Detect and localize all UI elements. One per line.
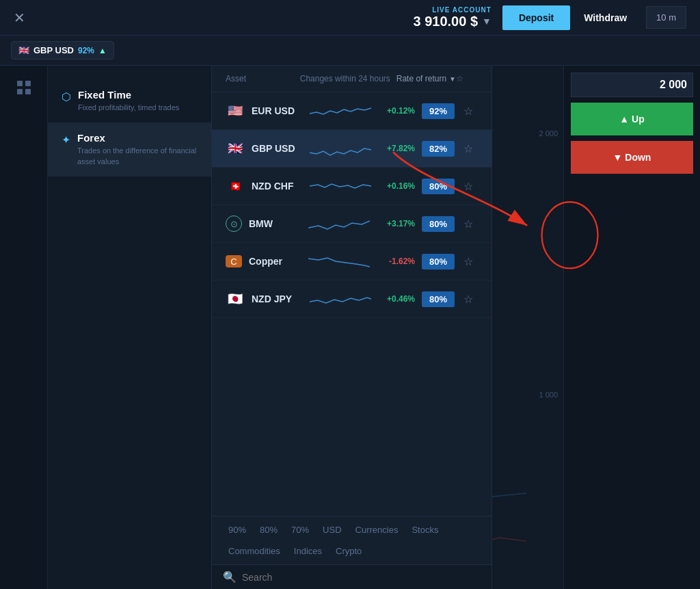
copper-mini-chart — [301, 251, 378, 272]
asset-row-copper[interactable]: C Copper -1.62% 80% ☆ — [212, 243, 492, 280]
filter-row: 90% 80% 70% USD Currencies Stocks Commod… — [212, 516, 492, 564]
th-changes: Changes within 24 hours — [294, 74, 396, 83]
asset-list: 🇺🇸 EUR USD +0.12% 92% ☆ 🇬🇧 GBP USD — [212, 92, 492, 516]
gbp-usd-mini-chart — [302, 138, 378, 159]
eur-usd-name: EUR USD — [252, 105, 302, 116]
th-rate[interactable]: Rate of return ▼ — [396, 74, 456, 83]
nzd-jpy-flag-icon: 🇯🇵 — [226, 292, 245, 306]
nzd-chf-change: +0.16% — [382, 181, 415, 191]
search-icon: 🔍 — [223, 571, 237, 584]
copper-rate-badge: 80% — [422, 254, 455, 270]
modal-right: Asset Changes within 24 hours Rate of re… — [212, 66, 492, 589]
second-bar: 🇬🇧 GBP USD 92% ▲ — [0, 36, 700, 66]
filter-usd[interactable]: USD — [320, 523, 344, 536]
close-button[interactable]: ✕ — [14, 10, 25, 26]
filter-70[interactable]: 70% — [288, 523, 312, 536]
bmw-change: +3.17% — [382, 219, 415, 228]
forex-desc: Trades on the difference of financial as… — [77, 146, 198, 167]
balance-value: 3 910.00 $ — [413, 14, 478, 29]
th-rate-label: Rate of return — [396, 74, 446, 83]
nzd-chf-rate-badge: 80% — [422, 179, 455, 194]
category-fixed-time[interactable]: ⬡ Fixed Time Fixed profitability, timed … — [48, 79, 211, 122]
chart-y-labels: 2 000 1 000 — [539, 66, 558, 589]
nzd-chf-flag-icon: 🇨🇭 — [226, 179, 245, 193]
trade-amount-input[interactable]: 2 000 — [571, 73, 693, 97]
eur-usd-rate-badge: 92% — [422, 103, 455, 119]
copper-star-button[interactable]: ☆ — [459, 252, 478, 271]
main-area: 2 000 1 000 2 000 ▲ Up ▼ Down ⬡ Fixed Ti… — [0, 66, 700, 589]
search-row: 🔍 — [212, 564, 492, 589]
y-label-1: 2 000 — [539, 129, 558, 138]
eur-usd-star-button[interactable]: ☆ — [459, 101, 478, 120]
fixed-time-desc: Fixed profitability, timed trades — [78, 103, 179, 113]
eur-usd-mini-chart — [302, 101, 378, 121]
asset-flag-icon: 🇬🇧 — [18, 45, 29, 55]
forex-icon: ✦ — [62, 133, 70, 146]
y-label-3: 1 000 — [539, 391, 558, 399]
nzd-chf-mini-chart — [302, 176, 378, 196]
category-forex[interactable]: ✦ Forex Trades on the difference of fina… — [48, 122, 211, 176]
trade-up-button[interactable]: ▲ Up — [571, 103, 693, 135]
fixed-time-title: Fixed Time — [78, 89, 179, 101]
star-header-icon: ☆ — [456, 74, 463, 83]
sidebar-grid-icon[interactable] — [9, 73, 39, 103]
asset-chip-arrow-icon: ▲ — [98, 46, 107, 55]
left-sidebar — [0, 66, 48, 589]
bmw-name: BMW — [249, 218, 301, 229]
time-selector[interactable]: 10 m — [646, 6, 686, 29]
table-header: Asset Changes within 24 hours Rate of re… — [212, 66, 492, 92]
forex-title: Forex — [77, 132, 198, 144]
filter-indices[interactable]: Indices — [291, 545, 325, 558]
filter-80[interactable]: 80% — [257, 523, 280, 536]
nzd-chf-star-button[interactable]: ☆ — [459, 176, 478, 196]
modal-categories: ⬡ Fixed Time Fixed profitability, timed … — [48, 66, 212, 589]
nzd-jpy-name: NZD JPY — [252, 293, 302, 304]
svg-rect-2 — [17, 89, 23, 94]
withdraw-button[interactable]: Withdraw — [570, 5, 641, 30]
filter-currencies[interactable]: Currencies — [353, 523, 401, 536]
svg-rect-0 — [17, 81, 23, 86]
live-account-label: LIVE ACCOUNT — [432, 6, 492, 14]
nzd-chf-name: NZD CHF — [252, 181, 302, 192]
account-balance: 3 910.00 $ ▼ — [413, 14, 491, 29]
asset-picker-modal: ⬡ Fixed Time Fixed profitability, timed … — [48, 66, 492, 589]
trade-down-button[interactable]: ▼ Down — [571, 141, 693, 174]
copper-change: -1.62% — [382, 257, 415, 266]
bmw-mini-chart — [301, 213, 378, 234]
asset-row-bmw[interactable]: ⊙ BMW +3.17% 80% ☆ — [212, 205, 492, 243]
copper-icon: C — [226, 255, 242, 267]
asset-chip-pct: 92% — [78, 46, 94, 55]
live-account-section: LIVE ACCOUNT 3 910.00 $ ▼ — [413, 6, 491, 29]
asset-chip[interactable]: 🇬🇧 GBP USD 92% ▲ — [11, 41, 114, 60]
bmw-star-button[interactable]: ☆ — [459, 214, 478, 233]
gbp-usd-name: GBP USD — [252, 143, 302, 154]
th-asset: Asset — [226, 74, 294, 83]
copper-name: Copper — [249, 256, 301, 267]
asset-row-gbp-usd[interactable]: 🇬🇧 GBP USD +7.82% 82% ☆ — [212, 130, 492, 168]
sort-icon: ▼ — [449, 75, 456, 83]
right-panel: 2 000 ▲ Up ▼ Down — [563, 66, 700, 589]
top-bar: ✕ LIVE ACCOUNT 3 910.00 $ ▼ Deposit With… — [0, 0, 700, 36]
search-input[interactable] — [242, 572, 481, 583]
nzd-jpy-star-button[interactable]: ☆ — [459, 289, 478, 309]
gbp-usd-change: +7.82% — [382, 144, 415, 153]
asset-row-eur-usd[interactable]: 🇺🇸 EUR USD +0.12% 92% ☆ — [212, 92, 492, 130]
filter-crypto[interactable]: Crypto — [333, 545, 364, 558]
filter-commodities[interactable]: Commodities — [226, 545, 283, 558]
nzd-jpy-mini-chart — [302, 289, 378, 309]
gbp-usd-flag-icon: 🇬🇧 — [226, 142, 245, 155]
asset-chip-name: GBP USD — [33, 45, 74, 55]
svg-rect-1 — [25, 81, 31, 86]
nzd-jpy-rate-badge: 80% — [422, 291, 455, 307]
eur-usd-change: +0.12% — [382, 106, 415, 116]
filter-stocks[interactable]: Stocks — [409, 523, 441, 536]
gbp-usd-rate-badge: 82% — [422, 141, 455, 157]
filter-90[interactable]: 90% — [226, 523, 249, 536]
gbp-usd-star-button[interactable]: ☆ — [459, 139, 478, 158]
asset-row-nzd-chf[interactable]: 🇨🇭 NZD CHF +0.16% 80% ☆ — [212, 168, 492, 205]
asset-row-nzd-jpy[interactable]: 🇯🇵 NZD JPY +0.46% 80% ☆ — [212, 280, 492, 318]
balance-chevron-icon[interactable]: ▼ — [482, 16, 492, 27]
bmw-rate-badge: 80% — [422, 216, 455, 232]
th-star: ☆ — [456, 74, 478, 83]
deposit-button[interactable]: Deposit — [502, 5, 570, 30]
